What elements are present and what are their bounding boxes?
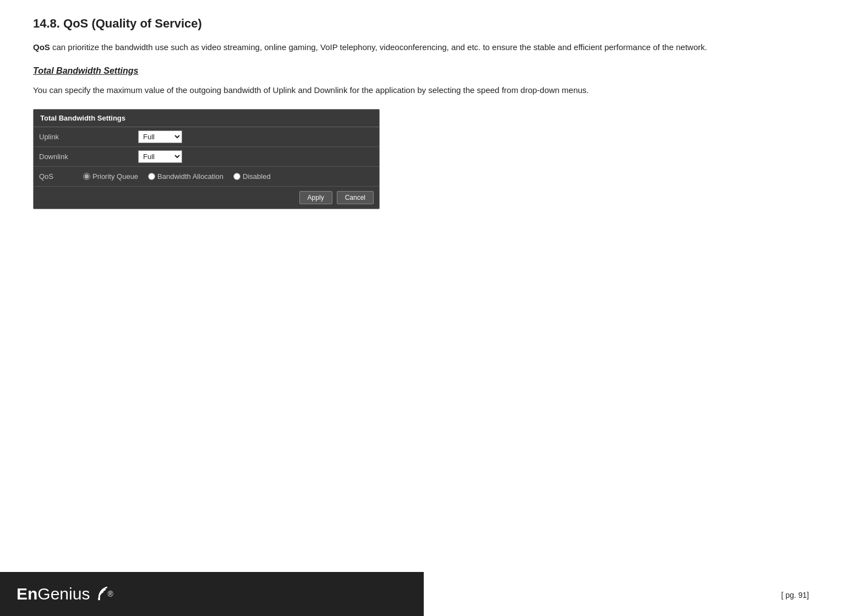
uplink-select[interactable]: Full 512 Kbps 1 Mbps 2 Mbps 5 Mbps 10 Mb…	[138, 130, 182, 143]
apply-button[interactable]: Apply	[299, 191, 332, 204]
radio-priority-queue[interactable]: Priority Queue	[83, 172, 138, 181]
page-number: [ pg. 91]	[781, 591, 809, 599]
radio-disabled-label: Disabled	[243, 172, 271, 181]
radio-priority-queue-label: Priority Queue	[92, 172, 138, 181]
radio-bandwidth-allocation-label: Bandwidth Allocation	[157, 172, 223, 181]
cancel-button[interactable]: Cancel	[337, 191, 374, 204]
button-row: Apply Cancel	[34, 186, 379, 209]
radio-disabled[interactable]: Disabled	[233, 172, 271, 181]
radio-bandwidth-allocation-input[interactable]	[148, 173, 155, 180]
qos-row: QoS Priority Queue Bandwidth Allocation …	[34, 167, 379, 186]
downlink-select[interactable]: Full 512 Kbps 1 Mbps 2 Mbps 5 Mbps 10 Mb…	[138, 150, 182, 163]
section-title: 14.8. QoS (Quality of Service)	[33, 17, 809, 31]
reg-mark: ®	[107, 590, 113, 598]
panel-body: Uplink Full 512 Kbps 1 Mbps 2 Mbps 5 Mbp…	[34, 127, 379, 209]
downlink-label: Downlink	[39, 152, 138, 161]
logo-genius: Genius	[37, 585, 90, 603]
bandwidth-settings-panel: Total Bandwidth Settings Uplink Full 512…	[33, 109, 380, 209]
footer: EnGenius ®	[0, 572, 424, 616]
uplink-row: Uplink Full 512 Kbps 1 Mbps 2 Mbps 5 Mbp…	[34, 127, 379, 147]
subsection-title: Total Bandwidth Settings	[33, 66, 809, 76]
panel-header: Total Bandwidth Settings	[34, 110, 379, 127]
description-text: You can specify the maximum value of the…	[33, 84, 809, 97]
radio-priority-queue-input[interactable]	[83, 173, 90, 180]
qos-radio-group: Priority Queue Bandwidth Allocation Disa…	[83, 172, 271, 181]
qos-bold: QoS	[33, 42, 50, 52]
radio-bandwidth-allocation[interactable]: Bandwidth Allocation	[148, 172, 223, 181]
intro-paragraph: QoS can prioritize the bandwidth use suc…	[33, 41, 809, 54]
intro-text-rest: can prioritize the bandwidth use such as…	[50, 42, 707, 52]
qos-label: QoS	[39, 172, 83, 181]
footer-logo: EnGenius ®	[17, 585, 113, 603]
wifi-icon	[91, 586, 107, 602]
uplink-label: Uplink	[39, 133, 138, 141]
radio-disabled-input[interactable]	[233, 173, 240, 180]
downlink-row: Downlink Full 512 Kbps 1 Mbps 2 Mbps 5 M…	[34, 147, 379, 167]
logo-en: En	[17, 585, 37, 603]
svg-point-0	[98, 598, 100, 601]
